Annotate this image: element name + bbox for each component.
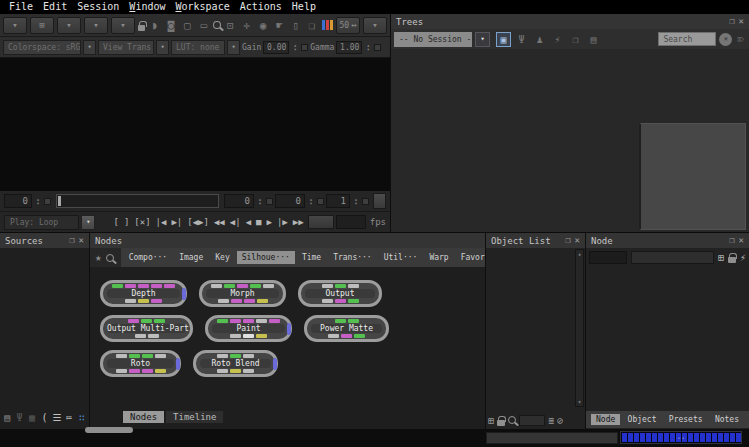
stop-button[interactable]: ■ — [254, 217, 263, 227]
search-input[interactable] — [658, 32, 716, 46]
zoom-level-dropdown[interactable]: 50↔ — [336, 17, 360, 34]
tab-key[interactable]: Key — [210, 251, 234, 264]
onion-skin-icon[interactable]: ◗ — [148, 17, 161, 34]
detail-view-icon[interactable]: ≔ — [64, 412, 74, 423]
close-panel-icon[interactable]: ✕ — [739, 14, 744, 29]
goto-in-button[interactable]: |◀ — [154, 217, 169, 227]
tab-warp[interactable]: Warp — [424, 251, 453, 264]
node-name-field[interactable] — [589, 251, 627, 264]
tab-node[interactable]: Node — [591, 414, 620, 425]
range-start-field[interactable]: 0 — [224, 194, 254, 208]
horizontal-scrollbar-thumb[interactable] — [85, 427, 133, 433]
image-select-dropdown[interactable]: ▾ — [57, 17, 81, 34]
proxy-icon[interactable]: ▯ — [289, 17, 302, 34]
search-objects-icon[interactable] — [508, 416, 516, 424]
step-reset-button[interactable] — [362, 198, 369, 205]
viewer-options-dropdown[interactable]: ▾ — [363, 17, 387, 34]
close-panel-icon[interactable]: ✕ — [739, 233, 744, 248]
range-end-spinner[interactable] — [307, 195, 315, 208]
float-panel-icon[interactable]: ❐ — [565, 233, 570, 248]
view-layout-dropdown[interactable]: ▾ — [3, 17, 27, 34]
favorites-star-icon[interactable]: ★ — [95, 251, 102, 264]
view-transform-chevron-icon[interactable]: ▾ — [156, 40, 169, 55]
fps-button[interactable] — [308, 215, 334, 229]
menu-item-help[interactable]: Help — [287, 0, 321, 14]
save-session-icon[interactable]: ▤ — [586, 32, 601, 47]
add-viewer-button[interactable]: ⊞ — [30, 17, 54, 34]
mark-in-button[interactable]: [ — [111, 217, 120, 227]
step-back-button[interactable]: ◀| — [228, 217, 243, 227]
range-end-reset-button[interactable] — [317, 198, 324, 205]
range-start-reset-button[interactable] — [266, 198, 273, 205]
session-chevron-icon[interactable]: ▾ — [475, 32, 490, 47]
play-mode-dropdown[interactable]: Play: Loop — [4, 215, 79, 230]
menu-item-edit[interactable]: Edit — [38, 0, 72, 14]
menu-item-file[interactable]: File — [4, 0, 38, 14]
region-of-interest-icon[interactable]: ⊡ — [224, 17, 237, 34]
play-range-button[interactable]: [◀▶] — [185, 217, 211, 227]
pixel-probe-icon[interactable]: ✛ — [240, 17, 253, 34]
current-frame-field[interactable]: 0 — [4, 194, 32, 208]
output-node-icon[interactable]: ♟ — [532, 32, 547, 47]
clear-search-icon[interactable]: ✕ — [719, 33, 732, 46]
add-node-button[interactable]: ⊞ — [718, 252, 724, 263]
tab-presets[interactable]: Presets — [664, 414, 708, 425]
close-panel-icon[interactable]: ✕ — [575, 233, 580, 248]
node-item-output[interactable]: Output — [298, 280, 382, 307]
tab-util[interactable]: Util··· — [379, 251, 423, 264]
trees-content[interactable] — [391, 49, 749, 232]
trash-icon[interactable]: ⌦ — [735, 33, 746, 46]
tab-silhoue[interactable]: Silhoue··· — [237, 251, 295, 264]
lock-node-icon[interactable] — [728, 257, 736, 263]
tab-time[interactable]: Time — [297, 251, 326, 264]
thumbnail-view-icon[interactable]: ∷ — [77, 412, 87, 423]
current-frame-reset-button[interactable] — [44, 198, 51, 205]
float-panel-icon[interactable]: ❐ — [729, 233, 734, 248]
tab-favor[interactable]: Favor··· — [456, 251, 485, 264]
pan-hand-icon[interactable]: ☛ — [273, 17, 286, 34]
gamma-spinner[interactable] — [364, 41, 372, 54]
source-box-icon[interactable]: ▦ — [27, 412, 37, 423]
session-dropdown[interactable]: -- No Session -- — [394, 32, 472, 47]
gamma-field[interactable]: 1.00 — [336, 41, 362, 54]
render-node-icon[interactable]: ⚡ — [740, 252, 746, 263]
menu-item-workspace[interactable]: Workspace — [170, 0, 234, 14]
notes-icon[interactable]: ❏ — [305, 17, 318, 34]
play-reverse-button[interactable]: ◀ — [244, 217, 253, 227]
node-item-morph[interactable]: Morph — [199, 280, 286, 307]
node-item-roto[interactable]: Roto — [100, 350, 181, 377]
fit-image-icon[interactable]: ▭ — [197, 17, 210, 34]
gain-field[interactable]: 0.00 — [263, 41, 289, 54]
scroll-down-icon[interactable]: ▾ — [578, 398, 582, 406]
colorspace-chevron-icon[interactable]: ▾ — [83, 40, 96, 55]
import-source-icon[interactable]: ▤ — [2, 412, 12, 423]
reset-range-button[interactable]: [✕] — [132, 217, 152, 227]
step-spinner[interactable] — [352, 195, 360, 208]
object-list-content[interactable] — [486, 248, 575, 407]
node-properties-content[interactable] — [586, 265, 749, 407]
render-bolt-icon[interactable]: ⚡ — [550, 32, 565, 47]
close-panel-icon[interactable]: ✕ — [79, 233, 84, 248]
tab-compo[interactable]: Compo··· — [124, 251, 173, 264]
tab-notes[interactable]: Notes — [710, 414, 744, 425]
current-frame-spinner[interactable] — [34, 195, 42, 208]
list-options-icon[interactable]: ≣ — [548, 415, 554, 426]
gain-spinner[interactable] — [291, 41, 299, 54]
float-panel-icon[interactable]: ❐ — [69, 233, 74, 248]
scroll-up-icon[interactable]: ▴ — [578, 250, 582, 258]
tree-icon[interactable]: Ψ — [514, 32, 529, 47]
node-type-field[interactable] — [631, 251, 714, 264]
object-filter-field[interactable] — [519, 415, 545, 426]
channel-dropdown[interactable]: ▾ — [84, 17, 108, 34]
timeline-slider-thumb[interactable] — [58, 196, 61, 206]
lut-chevron-icon[interactable]: ▾ — [227, 40, 240, 55]
range-end-field[interactable]: 0 — [275, 194, 305, 208]
rotate-view-icon[interactable]: ◉ — [256, 17, 269, 34]
colorspace-dropdown[interactable]: Colorspace: sRGB — [3, 40, 81, 55]
timebar-options-button[interactable] — [373, 193, 386, 209]
play-mode-chevron-icon[interactable]: ▾ — [81, 215, 95, 230]
tab-image[interactable]: Image — [174, 251, 208, 264]
collapse-icon[interactable]: ( — [39, 412, 49, 423]
timeline-slider[interactable] — [56, 194, 219, 208]
add-object-icon[interactable]: ⊞ — [488, 415, 494, 426]
